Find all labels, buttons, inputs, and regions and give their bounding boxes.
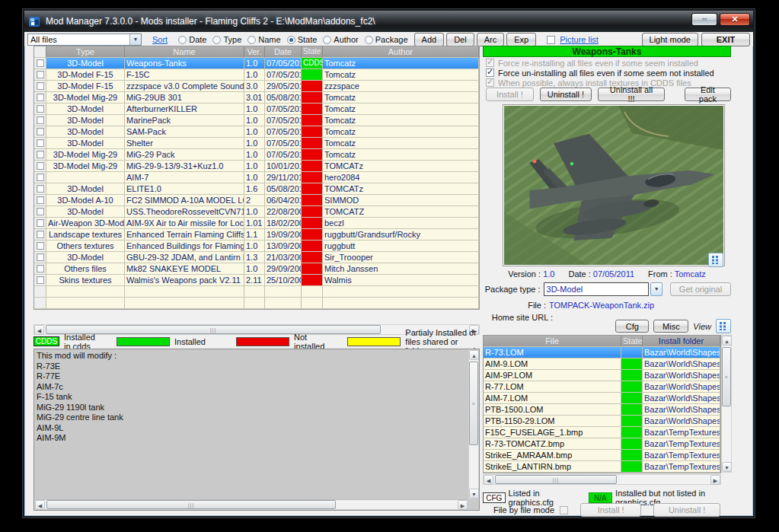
- title-bar[interactable]: Mod Manager 7.3.0.0 - Mods installer - F…: [24, 11, 753, 32]
- row-checkbox[interactable]: [37, 208, 44, 215]
- scroll-thumb[interactable]: |||: [495, 475, 617, 484]
- scroll-left-icon[interactable]: ◀: [34, 325, 44, 335]
- column-header-type[interactable]: Type: [46, 46, 125, 58]
- row-checkbox[interactable]: [37, 276, 44, 284]
- sort-radio-state[interactable]: State: [281, 35, 318, 44]
- radio-icon[interactable]: [323, 36, 331, 44]
- column-header-folder[interactable]: Install folder: [643, 336, 720, 347]
- table-row[interactable]: 3D-ModelMarinePack1.007/05/2011Tomcatz: [34, 115, 479, 126]
- row-checkbox[interactable]: [37, 231, 44, 238]
- row-checkbox[interactable]: [37, 71, 44, 78]
- radio-icon[interactable]: [365, 36, 373, 44]
- row-checkbox-cell[interactable]: [34, 92, 46, 104]
- row-checkbox-cell[interactable]: [34, 218, 46, 229]
- row-checkbox-cell[interactable]: [34, 161, 46, 172]
- row-checkbox[interactable]: [37, 116, 44, 124]
- sort-radio-author[interactable]: Author: [317, 35, 358, 44]
- sort-radio-type[interactable]: Type: [206, 35, 241, 44]
- row-checkbox-cell[interactable]: [34, 172, 46, 183]
- arc-button[interactable]: Arc: [477, 33, 505, 46]
- row-checkbox[interactable]: [37, 105, 44, 113]
- column-header-state[interactable]: State: [621, 336, 643, 347]
- scroll-thumb[interactable]: ≡: [722, 347, 731, 406]
- row-checkbox[interactable]: [37, 265, 44, 272]
- file-row[interactable]: PTB-1150-29.LOMBazar\World\Shapes\: [484, 416, 720, 427]
- table-row[interactable]: Skins texturesWalmis's Weapons pack V2.1…: [34, 275, 479, 286]
- file-row[interactable]: R-77.LOMBazar\World\Shapes\: [484, 381, 720, 393]
- get-original-button[interactable]: Get original: [670, 282, 731, 296]
- close-button[interactable]: ✕: [720, 13, 750, 26]
- file-row[interactable]: R-73.LOMBazar\World\Shapes\: [484, 347, 720, 358]
- sort-radio-package[interactable]: Package: [359, 35, 408, 44]
- scroll-thumb[interactable]: |||: [46, 500, 336, 509]
- table-row[interactable]: Others filesMk82 SNAKEYE MODEL1.029/09/2…: [34, 263, 479, 275]
- scroll-thumb[interactable]: |||: [46, 325, 381, 334]
- file-by-file-mode[interactable]: File by file mode: [493, 505, 568, 514]
- column-header-file[interactable]: File: [484, 336, 621, 347]
- add-button[interactable]: Add: [414, 33, 445, 46]
- table-row[interactable]: 3D-Model Mig-29MiG-29UB 3013.0105/08/201…: [34, 92, 479, 104]
- row-checkbox-cell[interactable]: [34, 183, 46, 195]
- sort-radio-name[interactable]: Name: [241, 35, 280, 44]
- picture-list-checkbox[interactable]: Picture list: [547, 35, 599, 44]
- table-row[interactable]: 3D-ModelWeapons-Tanks1.007/05/2011CDDSTo…: [34, 58, 479, 69]
- table-row[interactable]: 3D-Model Mig-29MiG-29 Pack1.007/05/2011T…: [34, 149, 479, 161]
- sort-link[interactable]: Sort: [152, 35, 168, 44]
- table-row[interactable]: 3D-ModelUSS.TheodoreRosseveltCVN711.022/…: [34, 206, 479, 218]
- table-row[interactable]: 3D-Model F-15zzzspace v3.0 Complete Soun…: [34, 81, 479, 92]
- row-checkbox-cell[interactable]: [34, 252, 46, 263]
- description-hscrollbar[interactable]: ◀ ||| ▶: [34, 499, 468, 510]
- row-checkbox-cell[interactable]: [34, 104, 46, 115]
- chevron-down-icon[interactable]: ▼: [650, 282, 662, 296]
- row-checkbox[interactable]: [37, 185, 44, 193]
- table-row[interactable]: 3D-Model F-15F-15C1.007/05/2011Tomcatz: [34, 69, 479, 81]
- file-table-hscrollbar[interactable]: ◀ ||| ▶: [483, 474, 721, 485]
- install-button[interactable]: Install !: [486, 88, 534, 101]
- column-header-state[interactable]: State: [302, 46, 323, 58]
- radio-icon[interactable]: [247, 36, 256, 44]
- column-header-ver[interactable]: Ver.: [244, 46, 265, 58]
- minimize-button[interactable]: ▫▫: [691, 13, 717, 26]
- filter-dropdown[interactable]: All files ▼: [27, 33, 142, 46]
- radio-icon[interactable]: [212, 36, 221, 44]
- file-by-file-checkbox[interactable]: [560, 506, 568, 514]
- row-checkbox[interactable]: [37, 128, 44, 135]
- table-row[interactable]: 3D-Model A-10FC2 SIMMOD A-10A MODEL LOF2…: [34, 195, 479, 206]
- row-checkbox[interactable]: [37, 82, 44, 90]
- view-grid-button[interactable]: [716, 319, 731, 333]
- row-checkbox[interactable]: [37, 242, 44, 250]
- description-vscrollbar[interactable]: ▲ ≡ ▼: [468, 349, 479, 499]
- scroll-left-icon[interactable]: ◀: [35, 500, 45, 510]
- row-checkbox-cell[interactable]: [34, 206, 46, 218]
- row-checkbox-cell[interactable]: [34, 126, 46, 138]
- column-header-author[interactable]: Author: [323, 46, 479, 58]
- file-row[interactable]: AIM-9P.LOMBazar\World\Shapes\: [484, 370, 720, 381]
- uninstall-button[interactable]: Uninstall !: [540, 88, 592, 101]
- row-checkbox-cell[interactable]: [34, 149, 46, 161]
- sort-radio-date[interactable]: Date: [172, 35, 206, 44]
- del-button[interactable]: Del: [446, 33, 474, 46]
- file-row[interactable]: AIM-7.LOMBazar\World\Shapes\: [484, 393, 720, 404]
- uninstall-all-button[interactable]: Uninstall all !!!: [598, 88, 665, 101]
- file-table-vscrollbar[interactable]: ▲ ≡ ▼: [721, 335, 732, 473]
- row-checkbox-cell[interactable]: [34, 58, 46, 69]
- table-row[interactable]: 3D-ModelELITE1.01.605/08/2010TOMCATz: [34, 183, 479, 195]
- file-uninstall-button[interactable]: Uninstall !: [653, 503, 720, 517]
- row-checkbox[interactable]: [37, 94, 44, 101]
- image-view-grid-button[interactable]: [708, 253, 723, 267]
- radio-icon[interactable]: [287, 36, 295, 44]
- file-install-button[interactable]: Install !: [580, 503, 641, 517]
- table-row[interactable]: AIM-71.029/11/2010hero2084: [34, 172, 479, 183]
- table-row[interactable]: 3D-ModelGBU-29-32 JDAM, and Lantirn Pod1…: [34, 252, 479, 263]
- misc-button[interactable]: Misc: [653, 320, 688, 333]
- row-checkbox-cell[interactable]: [34, 69, 46, 81]
- row-checkbox-cell[interactable]: [34, 195, 46, 206]
- table-row[interactable]: 3D-ModelShelter1.007/05/2011Tomcatz: [34, 138, 479, 149]
- scroll-thumb[interactable]: ≡: [469, 362, 478, 445]
- picture-list-label[interactable]: Picture list: [560, 35, 599, 44]
- file-row[interactable]: StrikeE_AMRAAM.bmpBazar\TempTextures\: [484, 450, 720, 461]
- row-checkbox-cell[interactable]: [34, 229, 46, 241]
- file-row[interactable]: F15C_FUSELAGE_1.bmpBazar\TempTextures\: [484, 427, 720, 438]
- scroll-right-icon[interactable]: ▶: [458, 500, 468, 510]
- exit-button[interactable]: EXIT: [701, 33, 750, 46]
